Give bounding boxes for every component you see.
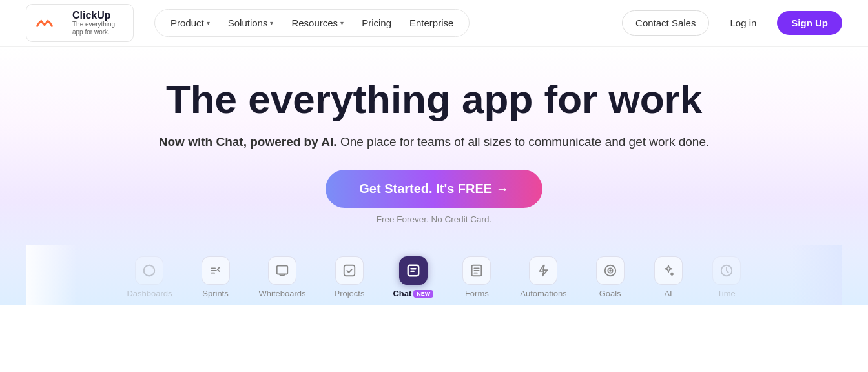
tab-label-goals: Goals (599, 289, 621, 298)
hero-title: The everything app for work (166, 78, 702, 121)
chevron-down-icon: ▾ (207, 19, 210, 26)
logo-text-group: ClickUp The everything app for work. (72, 10, 124, 37)
tab-icon-projects (335, 256, 364, 285)
tab-icon-whiteboards (268, 256, 296, 285)
tab-dashboards[interactable]: Dashboards (112, 250, 186, 305)
tab-icon-time (712, 256, 741, 285)
get-started-button[interactable]: Get Started. It's FREE → (326, 170, 542, 208)
tab-label-sprints: Sprints (202, 289, 228, 298)
tab-label-dashboards: Dashboards (127, 289, 172, 298)
nav-links: Product ▾ Solutions ▾ Resources ▾ Pricin… (154, 9, 470, 37)
tab-projects[interactable]: Projects (320, 250, 378, 305)
hero-section: The everything app for work Now with Cha… (0, 46, 868, 305)
feature-tabs: Dashboards Sprints Whiteboards (26, 245, 842, 305)
tab-label-ai: AI (664, 289, 672, 298)
tab-goals[interactable]: Goals (581, 250, 639, 305)
tab-automations[interactable]: Automations (506, 250, 581, 305)
tab-sprints[interactable]: Sprints (187, 250, 245, 305)
tab-icon-sprints (202, 256, 230, 285)
tab-label-forms: Forms (465, 289, 489, 298)
hero-subtitle: Now with Chat, powered by AI. One place … (159, 133, 710, 152)
logo-tagline: The everything app for work. (72, 21, 124, 36)
signup-button[interactable]: Sign Up (777, 11, 842, 35)
tab-label-whiteboards: Whiteboards (259, 289, 306, 298)
hero-subtitle-bold: Now with Chat, powered by AI. (159, 135, 337, 149)
tab-label-automations: Automations (520, 289, 566, 298)
hero-subtitle-rest: One place for teams of all sizes to comm… (337, 135, 710, 149)
navbar: ClickUp The everything app for work. Pro… (0, 0, 868, 46)
clickup-logo-icon (36, 14, 54, 32)
chat-new-badge: NEW (413, 290, 433, 298)
svg-point-1 (144, 265, 155, 276)
logo-divider (63, 13, 63, 34)
svg-rect-3 (344, 265, 355, 276)
nav-link-pricing[interactable]: Pricing (354, 14, 399, 32)
tab-icon-forms (462, 256, 491, 285)
login-button[interactable]: Log in (717, 11, 769, 35)
chevron-down-icon: ▾ (270, 19, 273, 26)
nav-link-product[interactable]: Product ▾ (163, 14, 218, 32)
nav-link-resources[interactable]: Resources ▾ (284, 14, 351, 32)
tab-time[interactable]: Time (698, 250, 756, 305)
tab-whiteboards[interactable]: Whiteboards (245, 250, 320, 305)
tab-label-chat: ChatNEW (393, 289, 433, 298)
free-forever-note: Free Forever. No Credit Card. (377, 214, 492, 224)
svg-point-8 (610, 270, 611, 271)
tab-icon-dashboards (135, 256, 163, 285)
svg-rect-2 (277, 265, 288, 274)
tab-icon-chat (399, 256, 428, 285)
logo-name: ClickUp (72, 10, 124, 21)
tab-icon-ai (654, 256, 683, 285)
tab-label-projects: Projects (334, 289, 364, 298)
tab-icon-automations (529, 256, 557, 285)
tab-ai[interactable]: AI (639, 250, 698, 305)
nav-right: Contact Sales Log in Sign Up (622, 10, 842, 36)
tab-forms[interactable]: Forms (448, 250, 506, 305)
tab-chat[interactable]: ChatNEW (378, 250, 448, 305)
tab-label-time: Time (717, 289, 735, 298)
nav-link-enterprise[interactable]: Enterprise (402, 14, 461, 32)
nav-link-solutions[interactable]: Solutions ▾ (220, 14, 282, 32)
logo-container[interactable]: ClickUp The everything app for work. (26, 4, 134, 43)
tab-icon-goals (596, 256, 625, 285)
nav-left: ClickUp The everything app for work. Pro… (26, 4, 470, 43)
chevron-down-icon: ▾ (340, 19, 344, 26)
contact-sales-button[interactable]: Contact Sales (622, 10, 709, 36)
